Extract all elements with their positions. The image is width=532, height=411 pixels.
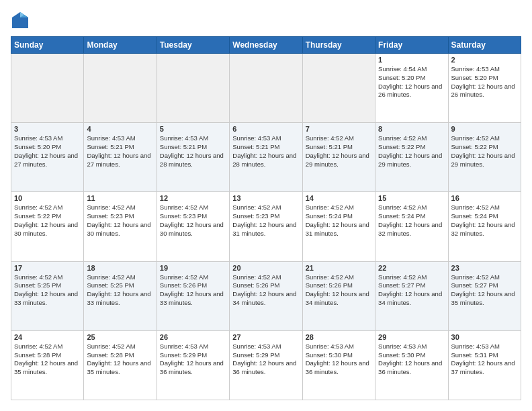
calendar-day-cell: 2Sunrise: 4:53 AM Sunset: 5:20 PM Daylig…: [448, 54, 521, 123]
calendar-day-cell: 26Sunrise: 4:53 AM Sunset: 5:29 PM Dayli…: [157, 330, 229, 400]
calendar-week-row: 17Sunrise: 4:52 AM Sunset: 5:25 PM Dayli…: [11, 261, 521, 330]
day-number: 23: [451, 264, 518, 272]
calendar-day-cell: 8Sunrise: 4:52 AM Sunset: 5:22 PM Daylig…: [375, 123, 448, 192]
day-info: Sunrise: 4:53 AM Sunset: 5:30 PM Dayligh…: [306, 342, 372, 377]
day-number: 9: [451, 125, 518, 133]
day-info: Sunrise: 4:52 AM Sunset: 5:23 PM Dayligh…: [232, 203, 299, 238]
calendar-day-cell: 6Sunrise: 4:53 AM Sunset: 5:21 PM Daylig…: [230, 123, 302, 192]
calendar-day-cell: 28Sunrise: 4:53 AM Sunset: 5:30 PM Dayli…: [302, 330, 375, 400]
day-number: 25: [87, 333, 153, 341]
day-info: Sunrise: 4:52 AM Sunset: 5:21 PM Dayligh…: [306, 134, 372, 169]
calendar-day-cell: 24Sunrise: 4:52 AM Sunset: 5:28 PM Dayli…: [11, 330, 84, 400]
day-info: Sunrise: 4:52 AM Sunset: 5:22 PM Dayligh…: [451, 134, 518, 169]
page: SundayMondayTuesdayWednesdayThursdayFrid…: [0, 0, 532, 411]
day-number: 28: [306, 333, 372, 341]
day-info: Sunrise: 4:52 AM Sunset: 5:24 PM Dayligh…: [451, 203, 518, 238]
calendar-day-cell: 7Sunrise: 4:52 AM Sunset: 5:21 PM Daylig…: [302, 123, 375, 192]
day-info: Sunrise: 4:52 AM Sunset: 5:28 PM Dayligh…: [14, 342, 81, 377]
day-info: Sunrise: 4:53 AM Sunset: 5:30 PM Dayligh…: [378, 342, 445, 377]
calendar-day-cell: [84, 54, 157, 123]
day-number: 10: [14, 194, 81, 202]
day-info: Sunrise: 4:52 AM Sunset: 5:26 PM Dayligh…: [160, 273, 226, 308]
calendar-day-cell: 30Sunrise: 4:53 AM Sunset: 5:31 PM Dayli…: [448, 330, 521, 400]
day-number: 16: [451, 194, 518, 202]
day-number: 29: [378, 333, 445, 341]
day-number: 5: [160, 125, 226, 133]
calendar-day-cell: 5Sunrise: 4:53 AM Sunset: 5:21 PM Daylig…: [157, 123, 229, 192]
day-number: 6: [232, 125, 299, 133]
day-info: Sunrise: 4:52 AM Sunset: 5:24 PM Dayligh…: [378, 203, 445, 238]
logo: [11, 11, 31, 30]
day-number: 22: [378, 264, 445, 272]
calendar-day-cell: 15Sunrise: 4:52 AM Sunset: 5:24 PM Dayli…: [375, 192, 448, 261]
day-info: Sunrise: 4:52 AM Sunset: 5:23 PM Dayligh…: [160, 203, 226, 238]
calendar-day-cell: 27Sunrise: 4:53 AM Sunset: 5:29 PM Dayli…: [230, 330, 302, 400]
logo-icon: [11, 11, 30, 30]
calendar-day-cell: 9Sunrise: 4:52 AM Sunset: 5:22 PM Daylig…: [448, 123, 521, 192]
calendar-day-cell: 23Sunrise: 4:52 AM Sunset: 5:27 PM Dayli…: [448, 261, 521, 330]
calendar-day-cell: 10Sunrise: 4:52 AM Sunset: 5:22 PM Dayli…: [11, 192, 84, 261]
day-number: 30: [451, 333, 518, 341]
calendar-day-cell: [302, 54, 375, 123]
day-number: 19: [160, 264, 226, 272]
calendar-day-cell: 21Sunrise: 4:52 AM Sunset: 5:26 PM Dayli…: [302, 261, 375, 330]
day-number: 11: [87, 194, 153, 202]
calendar-day-cell: [230, 54, 302, 123]
day-number: 17: [14, 264, 81, 272]
calendar-day-cell: 19Sunrise: 4:52 AM Sunset: 5:26 PM Dayli…: [157, 261, 229, 330]
calendar-day-cell: 20Sunrise: 4:52 AM Sunset: 5:26 PM Dayli…: [230, 261, 302, 330]
day-of-week-header: Wednesday: [230, 37, 302, 54]
day-info: Sunrise: 4:54 AM Sunset: 5:20 PM Dayligh…: [378, 65, 445, 99]
day-info: Sunrise: 4:52 AM Sunset: 5:27 PM Dayligh…: [451, 273, 518, 308]
calendar-day-cell: 22Sunrise: 4:52 AM Sunset: 5:27 PM Dayli…: [375, 261, 448, 330]
day-number: 4: [87, 125, 153, 133]
day-info: Sunrise: 4:53 AM Sunset: 5:21 PM Dayligh…: [232, 134, 299, 169]
day-of-week-header: Sunday: [11, 37, 84, 54]
day-info: Sunrise: 4:52 AM Sunset: 5:26 PM Dayligh…: [232, 273, 299, 308]
day-info: Sunrise: 4:52 AM Sunset: 5:22 PM Dayligh…: [378, 134, 445, 169]
day-number: 14: [306, 194, 372, 202]
calendar-day-cell: 12Sunrise: 4:52 AM Sunset: 5:23 PM Dayli…: [157, 192, 229, 261]
day-number: 7: [306, 125, 372, 133]
calendar-day-cell: 11Sunrise: 4:52 AM Sunset: 5:23 PM Dayli…: [84, 192, 157, 261]
day-info: Sunrise: 4:53 AM Sunset: 5:29 PM Dayligh…: [160, 342, 226, 377]
calendar-day-cell: [157, 54, 229, 123]
calendar-week-row: 24Sunrise: 4:52 AM Sunset: 5:28 PM Dayli…: [11, 330, 521, 400]
calendar-day-cell: 4Sunrise: 4:53 AM Sunset: 5:21 PM Daylig…: [84, 123, 157, 192]
day-number: 18: [87, 264, 153, 272]
day-info: Sunrise: 4:53 AM Sunset: 5:29 PM Dayligh…: [232, 342, 299, 377]
day-number: 27: [232, 333, 299, 341]
day-number: 3: [14, 125, 81, 133]
day-number: 24: [14, 333, 81, 341]
day-number: 15: [378, 194, 445, 202]
calendar: SundayMondayTuesdayWednesdayThursdayFrid…: [11, 36, 521, 400]
calendar-day-cell: 18Sunrise: 4:52 AM Sunset: 5:25 PM Dayli…: [84, 261, 157, 330]
calendar-day-cell: 14Sunrise: 4:52 AM Sunset: 5:24 PM Dayli…: [302, 192, 375, 261]
day-number: 8: [378, 125, 445, 133]
day-info: Sunrise: 4:53 AM Sunset: 5:31 PM Dayligh…: [451, 342, 518, 377]
day-number: 12: [160, 194, 226, 202]
day-number: 26: [160, 333, 226, 341]
calendar-week-row: 1Sunrise: 4:54 AM Sunset: 5:20 PM Daylig…: [11, 54, 521, 123]
day-number: 13: [232, 194, 299, 202]
day-number: 20: [232, 264, 299, 272]
calendar-week-row: 10Sunrise: 4:52 AM Sunset: 5:22 PM Dayli…: [11, 192, 521, 261]
calendar-day-cell: [11, 54, 84, 123]
calendar-day-cell: 29Sunrise: 4:53 AM Sunset: 5:30 PM Dayli…: [375, 330, 448, 400]
calendar-day-cell: 25Sunrise: 4:52 AM Sunset: 5:28 PM Dayli…: [84, 330, 157, 400]
day-info: Sunrise: 4:52 AM Sunset: 5:23 PM Dayligh…: [87, 203, 153, 238]
day-info: Sunrise: 4:53 AM Sunset: 5:20 PM Dayligh…: [14, 134, 81, 169]
calendar-day-cell: 3Sunrise: 4:53 AM Sunset: 5:20 PM Daylig…: [11, 123, 84, 192]
day-info: Sunrise: 4:53 AM Sunset: 5:21 PM Dayligh…: [87, 134, 153, 169]
day-of-week-header: Friday: [375, 37, 448, 54]
day-info: Sunrise: 4:53 AM Sunset: 5:20 PM Dayligh…: [451, 65, 518, 99]
calendar-header-row: SundayMondayTuesdayWednesdayThursdayFrid…: [11, 37, 521, 54]
day-info: Sunrise: 4:52 AM Sunset: 5:26 PM Dayligh…: [306, 273, 372, 308]
day-of-week-header: Monday: [84, 37, 157, 54]
calendar-day-cell: 16Sunrise: 4:52 AM Sunset: 5:24 PM Dayli…: [448, 192, 521, 261]
day-number: 1: [378, 56, 445, 64]
day-of-week-header: Tuesday: [157, 37, 229, 54]
day-of-week-header: Thursday: [302, 37, 375, 54]
day-number: 2: [451, 56, 518, 64]
header: [11, 11, 521, 30]
